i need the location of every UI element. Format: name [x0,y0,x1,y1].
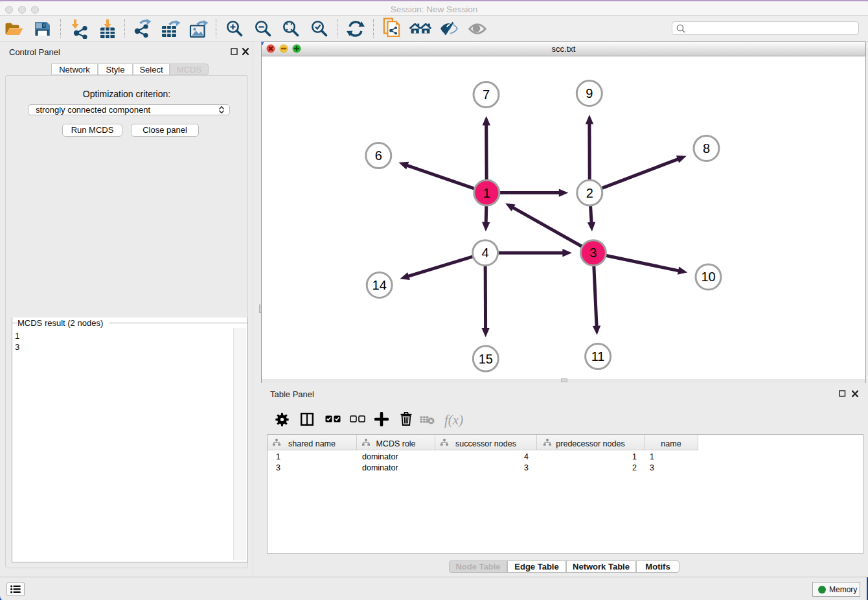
svg-text:7: 7 [483,87,490,102]
svg-text:3: 3 [589,246,597,260]
svg-text:10: 10 [701,270,715,284]
svg-text:11: 11 [591,349,605,363]
svg-text:8: 8 [703,141,710,156]
svg-text:2: 2 [586,186,593,200]
svg-text:4: 4 [482,246,489,260]
svg-text:14: 14 [372,278,387,292]
svg-text:15: 15 [479,352,493,366]
svg-text:9: 9 [586,86,593,100]
svg-text:1: 1 [483,186,490,200]
svg-text:6: 6 [375,148,382,163]
